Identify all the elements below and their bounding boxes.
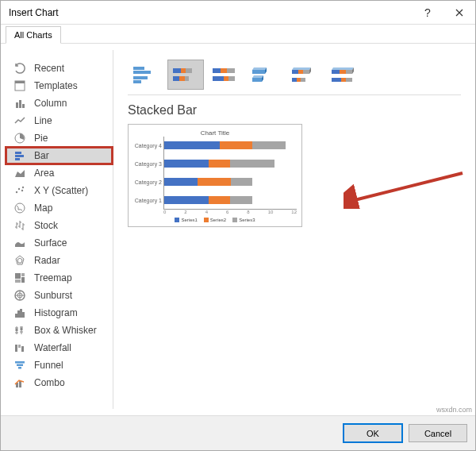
svg-rect-43	[185, 76, 189, 81]
sidebar-item-pie[interactable]: Pie	[6, 129, 113, 147]
svg-rect-59	[340, 70, 346, 74]
tab-bar: All Charts	[1, 25, 475, 44]
sidebar-item-surface[interactable]: Surface	[6, 234, 113, 252]
svg-rect-15	[21, 273, 25, 276]
tab-all-charts[interactable]: All Charts	[6, 26, 61, 44]
dialog-body: Recent Templates Column Line Pie Bar Are…	[1, 44, 475, 415]
sidebar-item-label: Pie	[34, 133, 48, 144]
svg-rect-30	[17, 364, 23, 367]
sidebar-item-combo[interactable]: Combo	[6, 374, 113, 391]
chart-area: Category 4 Category 3 Category 2 Categor…	[133, 137, 297, 210]
subtype-3d-100-stacked-bar[interactable]	[326, 60, 363, 90]
chart-preview[interactable]: Chart Title Category 4 Category 3 Catego…	[128, 124, 302, 227]
funnel-icon	[13, 359, 26, 372]
radar-icon	[13, 254, 26, 267]
svg-rect-37	[133, 80, 141, 83]
combo-icon	[13, 376, 26, 389]
sidebar-item-column[interactable]: Column	[6, 94, 113, 112]
svg-rect-40	[186, 68, 192, 73]
sidebar-item-line[interactable]: Line	[6, 112, 113, 129]
bar-row	[164, 196, 297, 204]
sidebar-item-bar[interactable]: Bar	[6, 147, 113, 164]
subtype-clustered-bar[interactable]	[128, 60, 164, 90]
close-icon	[455, 9, 463, 17]
sidebar-item-stock[interactable]: Stock	[6, 217, 113, 234]
bar-subtype-row	[128, 60, 461, 90]
sidebar-item-recent[interactable]: Recent	[6, 60, 113, 77]
svg-rect-56	[297, 78, 301, 82]
chart-bars	[163, 137, 297, 210]
sidebar-item-label: Treemap	[34, 272, 72, 283]
waterfall-icon	[13, 341, 26, 354]
svg-rect-4	[22, 104, 25, 108]
chart-category-sidebar: Recent Templates Column Line Pie Bar Are…	[6, 50, 113, 409]
sidebar-item-label: Waterfall	[34, 342, 71, 353]
svg-rect-55	[292, 78, 297, 82]
svg-point-13	[15, 203, 25, 213]
sidebar-item-templates[interactable]: Templates	[6, 77, 113, 94]
svg-rect-38	[173, 68, 181, 73]
sidebar-item-boxwhisker[interactable]: Box & Whisker	[6, 322, 113, 339]
sidebar-item-treemap[interactable]: Treemap	[6, 269, 113, 287]
sidebar-item-label: Stock	[34, 220, 58, 231]
subtype-3d-clustered-bar[interactable]	[247, 60, 283, 90]
area-icon	[13, 167, 26, 179]
y-axis-labels: Category 4 Category 3 Category 2 Categor…	[133, 137, 163, 210]
chart-title: Chart Title	[133, 129, 297, 137]
callout-arrow-icon	[344, 169, 470, 209]
svg-rect-27	[18, 345, 21, 348]
close-button[interactable]	[443, 1, 475, 25]
sidebar-item-label: Combo	[34, 377, 65, 388]
subtype-100-stacked-bar[interactable]	[207, 60, 244, 90]
svg-rect-26	[15, 345, 17, 352]
help-button[interactable]: ?	[412, 1, 443, 25]
sidebar-item-funnel[interactable]: Funnel	[6, 357, 113, 374]
divider	[128, 94, 461, 95]
svg-rect-16	[21, 277, 25, 283]
svg-rect-35	[133, 71, 151, 74]
x-axis-ticks: 024681012	[133, 210, 297, 214]
sidebar-item-histogram[interactable]: Histogram	[6, 304, 113, 322]
sidebar-item-map[interactable]: Map	[6, 199, 113, 217]
svg-rect-54	[303, 70, 309, 74]
map-icon	[13, 202, 26, 214]
svg-rect-25	[21, 328, 23, 330]
templates-icon	[13, 79, 26, 92]
sidebar-item-label: Bar	[34, 150, 49, 161]
sidebar-item-label: Area	[34, 168, 54, 179]
svg-rect-47	[213, 76, 224, 81]
svg-rect-41	[173, 76, 179, 81]
cancel-button[interactable]: Cancel	[409, 424, 467, 442]
sidebar-item-label: Funnel	[34, 360, 63, 371]
sidebar-item-radar[interactable]: Radar	[6, 252, 113, 269]
svg-point-12	[22, 187, 24, 188]
bar-row	[164, 178, 297, 186]
svg-rect-23	[22, 312, 25, 318]
svg-rect-63	[346, 78, 352, 82]
sidebar-item-label: Column	[34, 98, 67, 109]
sidebar-item-waterfall[interactable]: Waterfall	[6, 339, 113, 357]
svg-rect-2	[16, 102, 18, 108]
svg-rect-53	[298, 70, 303, 74]
svg-rect-42	[179, 76, 185, 81]
sidebar-item-area[interactable]: Area	[6, 164, 113, 182]
svg-rect-50	[252, 70, 265, 74]
sidebar-item-label: Templates	[34, 80, 78, 91]
treemap-icon	[13, 272, 26, 284]
svg-rect-7	[15, 155, 24, 157]
svg-point-9	[16, 191, 17, 193]
subtype-stacked-bar[interactable]	[167, 60, 204, 90]
ok-button[interactable]: OK	[344, 424, 402, 442]
sidebar-item-sunburst[interactable]: Sunburst	[6, 287, 113, 304]
svg-rect-21	[17, 310, 20, 318]
titlebar: Insert Chart ?	[1, 1, 475, 25]
svg-rect-24	[16, 329, 18, 331]
subtype-3d-stacked-bar[interactable]	[286, 60, 323, 90]
watermark: wsxdn.com	[436, 406, 472, 414]
svg-rect-14	[15, 273, 21, 279]
bar-row	[164, 160, 297, 168]
svg-rect-48	[224, 76, 228, 81]
sunburst-icon	[13, 289, 26, 302]
sidebar-item-label: Line	[34, 115, 52, 126]
sidebar-item-scatter[interactable]: X Y (Scatter)	[6, 182, 113, 199]
